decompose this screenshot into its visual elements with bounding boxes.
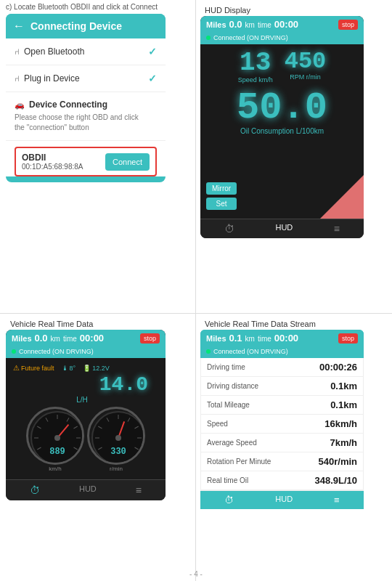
- hud-oil-display: 50.0 Oil Consumption L/100km: [206, 89, 358, 135]
- hud-rpm-display: 450 RPM r/min: [285, 50, 327, 84]
- stream-data-row: Speed 16km/h: [201, 415, 363, 434]
- fault-icon: ⚠: [13, 364, 20, 372]
- dash-connected-text: Connected (ON DRVING): [19, 348, 94, 355]
- bluetooth-checkmark: ✓: [148, 46, 157, 57]
- obd-name: OBDII: [22, 153, 83, 163]
- hud-rpm-number: 450: [285, 50, 327, 73]
- stream-nav-gauge-icon[interactable]: ⏱: [224, 495, 234, 505]
- decorative-shape: [320, 175, 364, 219]
- dash-miles-label: Miles: [12, 334, 32, 343]
- connect-button[interactable]: Connect: [105, 153, 150, 171]
- dash-nav-menu-icon[interactable]: ≡: [136, 484, 142, 496]
- open-bluetooth-label: Open Bluetooth: [24, 46, 84, 57]
- stream-row-label: Rotation Per Minute: [207, 458, 271, 466]
- car-icon: 🚗: [15, 100, 25, 110]
- stream-nav-bar: ⏱ HUD ≡: [200, 491, 364, 509]
- stream-data-row: Real time Oil 348.9L/10: [201, 471, 363, 490]
- hud-nav-gauge-icon[interactable]: ⏱: [224, 223, 234, 235]
- stream-connected-status: Connected (ON DRVING): [200, 346, 364, 358]
- plug-in-device-row: ⑁ Plug in Device ✓: [6, 65, 166, 92]
- stream-row-label: Speed: [207, 420, 228, 428]
- hud-oil-number: 50.0: [206, 89, 358, 127]
- obd-mac: 00:1D:A5:68:98:8A: [22, 163, 83, 171]
- stream-data-row: Total Mileage 0.1km: [201, 396, 363, 415]
- hud-nav-menu-icon[interactable]: ≡: [334, 223, 340, 235]
- dash-time-value: 00:00: [80, 333, 104, 344]
- hud-stop-button[interactable]: stop: [338, 20, 358, 30]
- hud-nav-bar: ⏱ HUD ≡: [200, 219, 364, 238]
- svg-text:330: 330: [110, 447, 126, 457]
- temp-value: 8°: [70, 365, 76, 372]
- bluetooth-icon: ⑁: [15, 47, 20, 56]
- stream-miles-value: 0.1: [229, 333, 242, 344]
- stream-data-row: Driving distance 0.1km: [201, 377, 363, 396]
- voltage-value: 12.2V: [92, 365, 110, 372]
- dash-time-label: time: [63, 335, 77, 343]
- screen-title: Connecting Device: [30, 20, 122, 32]
- hud-action-buttons: Mirror Set: [206, 182, 237, 210]
- open-bluetooth-row: ⑁ Open Bluetooth ✓: [6, 38, 166, 65]
- page-number: - 4 -: [189, 570, 203, 578]
- stream-row-value: 0.1km: [330, 381, 357, 391]
- screen-body: ⑁ Open Bluetooth ✓ ⑁ Plug in Device ✓: [6, 38, 166, 176]
- hud-body: 13 Speed km/h 450 RPM r/min 50.0 Oil Con…: [200, 44, 364, 219]
- stream-header: Miles 0.1 km time 00:00 stop Connected (…: [200, 330, 364, 358]
- stream-nav-menu-icon[interactable]: ≡: [334, 495, 340, 505]
- hud-time-value: 00:00: [274, 19, 298, 30]
- thermometer-icon: 🌡: [62, 365, 68, 372]
- stream-miles-label: Miles: [206, 334, 226, 343]
- stream-row-value: 00:00:26: [319, 362, 357, 373]
- dash-miles-value: 0.0: [35, 333, 48, 344]
- device-connecting-title: Device Connecting: [29, 99, 107, 110]
- connecting-device-screen: ← Connecting Device ⑁ Open Bluetooth ✓ ⑁: [6, 14, 166, 182]
- vehicle-realtime-label: Vehicle Real Time Data: [6, 317, 189, 330]
- dash-nav-hud-label[interactable]: HUD: [79, 484, 97, 496]
- stream-stop-button[interactable]: stop: [338, 333, 358, 344]
- dash-gauges: ⚠ Future fault 🌡 8° 🔋 12.2V 14.0 L/H: [6, 358, 166, 479]
- stream-row-label: Total Mileage: [207, 401, 250, 409]
- hud-nav-hud-label[interactable]: HUD: [275, 223, 293, 235]
- gauge-circles-row: 889 km/h: [10, 404, 161, 475]
- stream-time-value: 00:00: [274, 333, 298, 344]
- stream-connected-text: Connected (ON DRVING): [213, 348, 288, 355]
- back-arrow-icon[interactable]: ←: [13, 20, 25, 33]
- dash-header: Miles 0.0 km time 00:00 stop: [6, 330, 166, 346]
- speed-gauge: 889: [26, 407, 84, 465]
- hud-screen: Miles 0.0 km time 00:00 stop Connected (…: [200, 16, 364, 238]
- hud-green-dot: [206, 36, 211, 40]
- stream-dash-header: Miles 0.1 km time 00:00 stop: [200, 330, 364, 346]
- hud-speed-label: Speed km/h: [238, 76, 273, 84]
- dash-connected-status: Connected (ON DRVING): [6, 346, 166, 358]
- svg-point-11: [54, 435, 60, 441]
- stream-row-value: 0.1km: [330, 399, 357, 410]
- stream-row-value: 540r/min: [319, 456, 357, 467]
- stream-row-value: 7km/h: [330, 437, 357, 448]
- dash-km-label: km: [51, 335, 60, 343]
- mirror-button[interactable]: Mirror: [206, 182, 237, 195]
- stream-time-label: time: [258, 335, 271, 343]
- hud-time-label: time: [258, 21, 271, 29]
- dash-stop-button[interactable]: stop: [140, 333, 160, 344]
- voltage-stat: 🔋 12.2V: [83, 364, 110, 372]
- stream-km-label: km: [245, 335, 255, 343]
- stream-label: Vehicle Real Time Data Stream: [200, 317, 388, 330]
- set-button[interactable]: Set: [206, 198, 237, 210]
- svg-text:889: 889: [49, 447, 65, 457]
- plug-checkmark: ✓: [148, 73, 157, 84]
- stream-nav-hud-label[interactable]: HUD: [275, 495, 293, 505]
- stream-row-label: Average Speed: [207, 439, 257, 447]
- stream-data-body: Driving time 00:00:26 Driving distance 0…: [200, 358, 364, 491]
- step-label: c) Locate Bluetooth OBDII and click at C…: [6, 3, 189, 11]
- obd-info: OBDII 00:1D:A5:68:98:8A: [22, 153, 83, 171]
- hud-speed-display: 13 Speed km/h: [238, 50, 273, 84]
- plug-in-label: Plug in Device: [24, 73, 80, 84]
- device-connecting-desc: Please choose the right OBD and click th…: [15, 113, 157, 133]
- screen-header: ← Connecting Device: [6, 14, 166, 38]
- obd-selection-box[interactable]: OBDII 00:1D:A5:68:98:8A Connect: [15, 147, 157, 176]
- stream-data-row: Driving time 00:00:26: [201, 358, 363, 377]
- hud-connected-status: Connected (ON DRVING): [200, 33, 364, 44]
- dash-nav-gauge-icon[interactable]: ⏱: [30, 484, 40, 496]
- top-stats-row: ⚠ Future fault 🌡 8° 🔋 12.2V: [10, 362, 161, 373]
- hud-speed-number: 13: [238, 50, 273, 76]
- hud-km-label: km: [245, 21, 255, 29]
